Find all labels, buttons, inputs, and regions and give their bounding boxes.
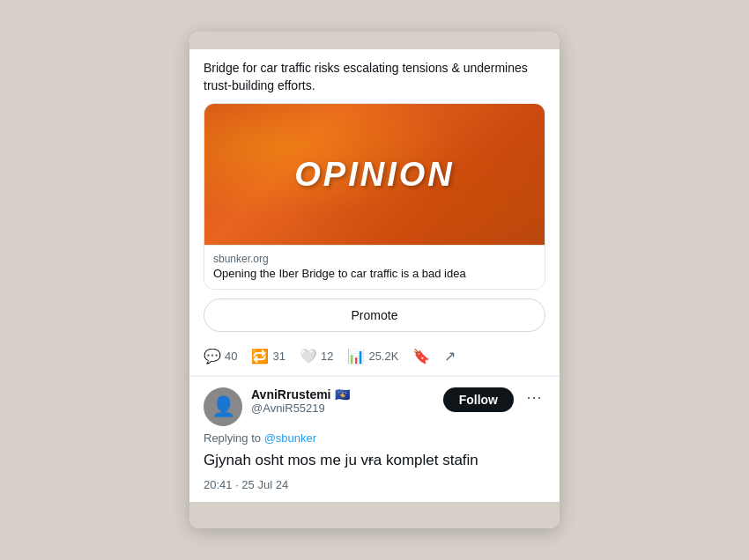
replying-to-link[interactable]: @sbunker (264, 431, 316, 445)
promote-button[interactable]: Promote (204, 298, 545, 332)
bookmark-icon: 🔖 (412, 348, 430, 365)
tweet-card: Bridge for car traffic risks escalating … (189, 49, 560, 376)
timestamp: 20:41 · 25 Jul 24 (204, 478, 545, 491)
action-bar: 💬 40 🔁 31 🤍 12 📊 25.2K 🔖 ↗ (204, 341, 545, 375)
like-count: 12 (321, 350, 333, 363)
username-row: AvniRrustemi 🇽🇰 (251, 387, 434, 402)
reply-count: 40 (225, 350, 237, 363)
tweet-text: Bridge for car traffic risks escalating … (204, 60, 545, 94)
retweet-action[interactable]: 🔁 31 (251, 348, 285, 365)
link-domain: sbunker.org (213, 253, 536, 265)
views-action[interactable]: 📊 25.2K (347, 348, 398, 365)
more-button[interactable]: ⋯ (523, 387, 545, 407)
strikethrough-text: r (368, 452, 374, 468)
display-name: AvniRrustemi (251, 387, 331, 402)
link-preview-footer: sbunker.org Opening the Iber Bridge to c… (204, 245, 545, 289)
share-action[interactable]: ↗ (444, 348, 456, 365)
phone-frame: Bridge for car traffic risks escalating … (189, 32, 560, 528)
top-background (189, 32, 560, 49)
share-icon: ↗ (444, 348, 456, 365)
heart-icon: 🤍 (300, 348, 317, 365)
handle: @AvniR55219 (251, 402, 434, 415)
user-info: AvniRrustemi 🇽🇰 @AvniR55219 (251, 387, 434, 415)
avatar-image: 👤 (204, 387, 242, 426)
bookmark-action[interactable]: 🔖 (412, 348, 430, 365)
views-icon: 📊 (347, 348, 365, 365)
opinion-label: OPINION (294, 156, 454, 194)
retweet-count: 31 (272, 350, 285, 363)
replying-to: Replying to @sbunker (204, 431, 545, 445)
avatar: 👤 (204, 387, 242, 426)
link-title: Opening the Iber Bridge to car traffic i… (213, 267, 536, 282)
follow-button[interactable]: Follow (443, 387, 514, 412)
flag-icon: 🇽🇰 (335, 387, 350, 402)
link-preview-card[interactable]: OPINION sbunker.org Opening the Iber Bri… (204, 103, 545, 290)
views-count: 25.2K (368, 350, 398, 363)
retweet-icon: 🔁 (251, 348, 269, 365)
reply-action[interactable]: 💬 40 (204, 348, 237, 365)
comment-header: 👤 AvniRrustemi 🇽🇰 @AvniR55219 Follow ⋯ (204, 387, 545, 426)
reply-icon: 💬 (204, 348, 221, 365)
bottom-background (189, 502, 560, 528)
comment-tweet: 👤 AvniRrustemi 🇽🇰 @AvniR55219 Follow ⋯ R… (189, 377, 560, 502)
like-action[interactable]: 🤍 12 (300, 348, 333, 365)
comment-body: Gjynah osht mos me ju vra komplet stafin (204, 450, 545, 471)
opinion-image-box: OPINION (204, 104, 545, 245)
